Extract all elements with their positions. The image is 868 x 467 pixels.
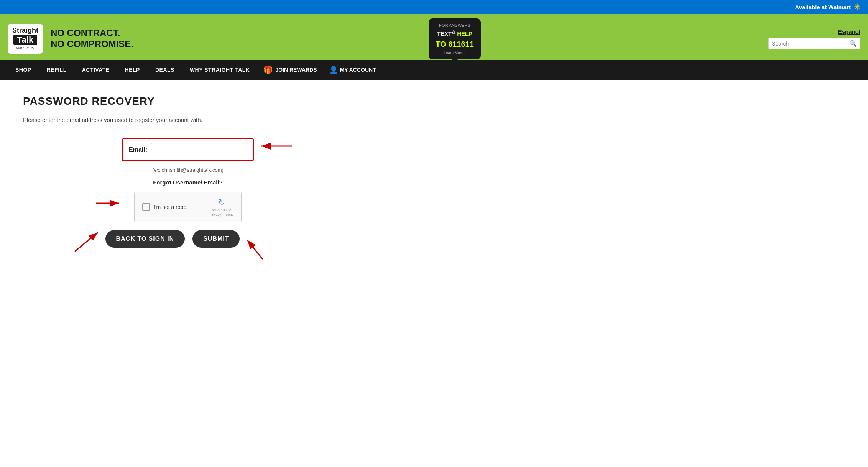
svg-line-5 (75, 232, 98, 252)
tagline: NO CONTRACT. NO COMPROMISE. (51, 28, 133, 50)
recaptcha-right: ↻ reCAPTCHA Privacy - Terms (210, 197, 233, 217)
search-input[interactable] (772, 41, 849, 47)
arrow-to-recaptcha (92, 192, 123, 215)
page-wrapper: Available at Walmart ✳ Straight Talk wir… (0, 0, 868, 263)
arrow-to-submit (240, 232, 270, 263)
arrow-to-back (71, 225, 102, 255)
description: Please enter the email address you used … (23, 117, 322, 123)
espanol-link[interactable]: Español (838, 28, 860, 35)
main-content: PASSWORD RECOVERY Please enter the email… (0, 80, 345, 263)
recaptcha-checkbox[interactable] (142, 203, 150, 211)
walmart-spark-icon: ✳ (854, 2, 860, 12)
svg-line-7 (247, 240, 263, 259)
email-hint: (ex:johnsmith@straighttalk.com) (152, 167, 224, 173)
forgot-username-link[interactable]: Forgot Username/ Email? (153, 179, 223, 186)
recaptcha-box[interactable]: I'm not a robot ↻ reCAPTCHA Privacy - Te… (134, 192, 242, 222)
nav-refill[interactable]: REFILL (39, 61, 74, 78)
walmart-available-text: Available at Walmart (795, 4, 851, 10)
walmart-button[interactable]: Available at Walmart ✳ (795, 2, 860, 12)
nav-shop[interactable]: SHOP (8, 61, 39, 78)
nav-join-rewards[interactable]: 🎁 JOIN REWARDS (257, 60, 323, 80)
logo-straight: Straight (12, 27, 38, 35)
recaptcha-logo-icon: ↻ (218, 197, 225, 207)
header: Straight Talk wireless NO CONTRACT. NO C… (0, 14, 868, 60)
logo-wireless: wireless (16, 45, 35, 51)
help-for-answers: FOR ANSWERS (436, 22, 474, 29)
buttons-row: BACK TO SIGN IN SUBMIT (23, 230, 322, 248)
back-to-sign-in-button[interactable]: BACK TO SIGN IN (105, 230, 185, 248)
recaptcha-brand: reCAPTCHA (212, 208, 232, 212)
search-button[interactable]: 🔍 (849, 40, 857, 47)
nav-bar: SHOP REFILL ACTIVATE HELP DEALS WHY STRA… (0, 60, 868, 80)
recaptcha-privacy: Privacy - Terms (210, 213, 233, 217)
form-area: Email: (ex:johnsmith@straighttalk.com) (54, 138, 322, 222)
help-number: TO 611611 (436, 38, 474, 50)
search-box: 🔍 (768, 38, 860, 49)
help-text-help: TEXT△ HELP (436, 28, 474, 38)
email-row: Email: (122, 138, 254, 161)
email-label: Email: (129, 146, 147, 153)
walmart-bar: Available at Walmart ✳ (0, 0, 868, 14)
nav-my-account[interactable]: 👤 MY ACCOUNT (323, 60, 382, 79)
nav-join-rewards-label: JOIN REWARDS (275, 67, 317, 73)
email-input[interactable] (151, 143, 247, 156)
header-right: Español 🔍 (768, 28, 860, 49)
nav-activate[interactable]: ACTIVATE (74, 61, 117, 78)
recaptcha-label: I'm not a robot (154, 204, 188, 210)
help-bubble: FOR ANSWERS TEXT△ HELP TO 611611 Learn M… (429, 18, 481, 59)
gift-icon: 🎁 (263, 65, 273, 74)
logo-box: Straight Talk wireless (8, 24, 43, 54)
tagline-line1: NO CONTRACT. (51, 28, 133, 39)
nav-my-account-label: MY ACCOUNT (340, 67, 376, 73)
account-icon: 👤 (329, 66, 338, 74)
submit-button[interactable]: SUBMIT (192, 230, 240, 248)
help-learn-more[interactable]: Learn More › (436, 50, 474, 56)
recaptcha-left: I'm not a robot (142, 203, 188, 211)
nav-help[interactable]: HELP (117, 61, 148, 78)
page-title: PASSWORD RECOVERY (23, 95, 322, 107)
tagline-line2: NO COMPROMISE. (51, 39, 133, 50)
logo-talk: Talk (13, 35, 37, 45)
arrow-to-email (258, 135, 296, 158)
nav-why-straight-talk[interactable]: WHY STRAIGHT TALK (182, 61, 258, 78)
nav-deals[interactable]: DEALS (148, 61, 182, 78)
logo-area: Straight Talk wireless NO CONTRACT. NO C… (8, 24, 133, 54)
